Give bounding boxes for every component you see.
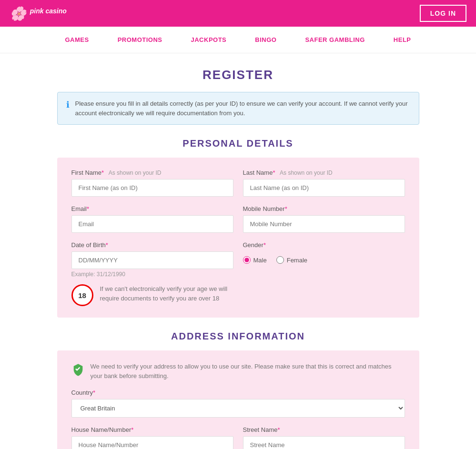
last-name-input[interactable] <box>243 179 405 197</box>
dob-gender-row: Date of Birth* Example: 31/12/1990 18 If… <box>71 241 405 306</box>
gender-group: Gender* Male Female <box>243 241 405 306</box>
country-label: Country* <box>71 389 405 396</box>
last-name-label: Last Name* As shown on your ID <box>243 169 405 176</box>
address-notice: We need to verify your address to allow … <box>71 362 405 380</box>
first-name-label: First Name* As shown on your ID <box>71 169 233 176</box>
gender-male-label[interactable]: Male <box>243 256 267 264</box>
info-icon: ℹ <box>66 100 70 110</box>
address-info-title: ADDRESS INFORMATION <box>10 331 466 342</box>
page-title: REGISTER <box>10 68 466 82</box>
gender-female-radio[interactable] <box>276 256 284 264</box>
house-street-row: House Name/Number* Street Name* <box>71 426 405 449</box>
last-name-group: Last Name* As shown on your ID <box>243 169 405 197</box>
email-group: Email* <box>71 205 233 233</box>
main-nav: GAMES PROMOTIONS JACKPOTS BINGO SAFER GA… <box>0 27 476 53</box>
logo: 🌸 pink casino <box>10 6 67 21</box>
country-select[interactable]: Great Britain Northern Ireland Republic … <box>71 399 405 418</box>
shield-icon <box>71 363 85 376</box>
age-verify: 18 If we can't electronically verify you… <box>71 284 233 306</box>
info-text: Please ensure you fill in all details co… <box>75 99 410 118</box>
address-notice-text: We need to verify your address to allow … <box>91 362 405 380</box>
address-info-section: We need to verify your address to allow … <box>57 350 419 449</box>
dob-input[interactable] <box>71 251 233 269</box>
nav-promotions[interactable]: PROMOTIONS <box>103 27 177 53</box>
age-verify-text: If we can't electronically verify your a… <box>100 284 233 303</box>
gender-options: Male Female <box>243 256 405 267</box>
mobile-group: Mobile Number* <box>243 205 405 233</box>
street-name-label: Street Name* <box>243 426 405 433</box>
name-row: First Name* As shown on your ID Last Nam… <box>71 169 405 197</box>
header: 🌸 pink casino LOG IN <box>0 0 476 27</box>
first-name-input[interactable] <box>71 179 233 197</box>
personal-details-section: First Name* As shown on your ID Last Nam… <box>57 158 419 318</box>
gender-female-label[interactable]: Female <box>276 256 307 264</box>
street-name-group: Street Name* <box>243 426 405 449</box>
gender-female-text: Female <box>287 257 307 264</box>
gender-male-text: Male <box>253 257 267 264</box>
info-box: ℹ Please ensure you fill in all details … <box>57 92 419 125</box>
nav-jackpots[interactable]: JACKPOTS <box>176 27 241 53</box>
gender-male-radio[interactable] <box>243 256 251 264</box>
logo-text: pink casino <box>30 7 67 14</box>
mobile-label: Mobile Number* <box>243 205 405 212</box>
mobile-input[interactable] <box>243 215 405 233</box>
house-name-input[interactable] <box>71 436 233 449</box>
nav-safer-gambling[interactable]: SAFER GAMBLING <box>291 27 379 53</box>
email-mobile-row: Email* Mobile Number* <box>71 205 405 233</box>
street-name-input[interactable] <box>243 436 405 449</box>
dob-group: Date of Birth* Example: 31/12/1990 18 If… <box>71 241 233 306</box>
nav-help[interactable]: HELP <box>379 27 425 53</box>
dob-label: Date of Birth* <box>71 241 233 249</box>
personal-details-title: PERSONAL DETAILS <box>10 138 466 149</box>
age-badge: 18 <box>71 284 93 306</box>
nav-games[interactable]: GAMES <box>51 27 103 53</box>
email-input[interactable] <box>71 215 233 233</box>
login-button[interactable]: LOG IN <box>420 5 466 22</box>
gender-label: Gender* <box>243 241 405 249</box>
first-name-group: First Name* As shown on your ID <box>71 169 233 197</box>
main-content: REGISTER ℹ Please ensure you fill in all… <box>0 53 476 449</box>
email-label: Email* <box>71 205 233 212</box>
nav-bingo[interactable]: BINGO <box>241 27 291 53</box>
house-name-group: House Name/Number* <box>71 426 233 449</box>
dob-example: Example: 31/12/1990 <box>71 271 233 278</box>
country-group: Country* Great Britain Northern Ireland … <box>71 389 405 418</box>
house-name-label: House Name/Number* <box>71 426 233 433</box>
